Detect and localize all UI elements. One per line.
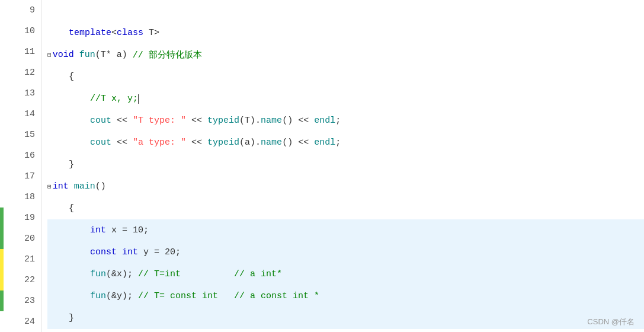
token-plain (181, 269, 234, 279)
token-fn: main (74, 181, 95, 191)
token-plain: (T* a) (95, 50, 133, 60)
gutter-row: 12 (0, 62, 41, 83)
token-fn: endl (314, 116, 335, 126)
token-plain: } (47, 159, 74, 170)
token-plain: () << (282, 138, 314, 148)
token-plain: (a). (239, 138, 261, 148)
code-area: 9101112131415161718192021222324 template… (0, 0, 644, 332)
gutter-row: 18 (0, 187, 41, 208)
token-plain (117, 247, 122, 257)
token-kw: class (117, 28, 143, 38)
token-cm: //T x, y; (90, 94, 138, 104)
token-plain: y (138, 247, 154, 257)
token-fn: cout (90, 138, 111, 148)
line-number: 17 (4, 171, 41, 181)
token-cm: // a const int * (234, 291, 319, 301)
token-plain: (T). (239, 116, 261, 126)
gutter-row: 9 (0, 0, 41, 21)
token-cm: // T=int (138, 269, 181, 279)
code-line: const int y = 20; (47, 241, 644, 263)
gutter-row: 22 (0, 270, 41, 290)
token-kw: const (90, 247, 117, 257)
code-line: { (47, 197, 644, 219)
code-line: cout << "T type: " << typeid(T).name() <… (47, 110, 644, 132)
code-line: fun(&x); // T=int // a int* (47, 263, 644, 285)
code-content[interactable]: template<class T>⊟void fun(T* a) // 部分特化… (41, 0, 644, 332)
code-line: } (47, 154, 644, 175)
line-number: 10 (4, 26, 41, 36)
token-plain: { (47, 203, 74, 213)
editor: 9101112131415161718192021222324 template… (0, 0, 644, 332)
token-plain (74, 50, 79, 60)
token-plain (47, 94, 90, 104)
token-str: "T type: " (133, 116, 186, 126)
token-plain (47, 116, 90, 126)
token-plain: < (111, 28, 117, 38)
line-number: 16 (4, 151, 41, 161)
code-line: template<class T> (47, 22, 644, 44)
token-plain: } (47, 313, 74, 323)
token-plain: = 20; (154, 247, 181, 257)
gutter-row: 15 (0, 124, 41, 145)
code-line: int x = 10; (47, 219, 644, 241)
token-plain (47, 291, 90, 301)
token-str: "a type: " (133, 138, 186, 148)
token-plain: << (186, 138, 207, 148)
line-number: 13 (4, 88, 41, 98)
token-plain (47, 138, 90, 148)
gutter-row: 16 (0, 145, 41, 166)
token-fn: typeid (207, 138, 239, 148)
token-fn: fun (90, 269, 106, 279)
token-plain: ; (335, 116, 341, 126)
token-cm: // T= const int (138, 291, 218, 301)
line-number: 20 (4, 234, 41, 244)
token-fn: fun (90, 291, 106, 301)
code-line (47, 0, 644, 22)
gutter-row: 14 (0, 104, 41, 124)
line-number: 21 (4, 254, 41, 264)
line-number: 24 (4, 317, 41, 327)
fold-icon[interactable]: ⊟ (47, 51, 52, 59)
token-plain (47, 269, 90, 279)
token-kw: int (90, 225, 106, 235)
gutter-row: 11 (0, 42, 41, 62)
code-line: ⊟void fun(T* a) // 部分特化版本 (47, 44, 644, 66)
line-number: 19 (4, 213, 41, 223)
code-line: //T x, y; (47, 88, 644, 110)
line-number: 14 (4, 109, 41, 119)
code-line: ⊟int main() (47, 175, 644, 197)
line-number: 11 (4, 47, 41, 57)
token-fn: name (261, 138, 282, 148)
token-kw: int (53, 181, 69, 191)
token-plain: () << (282, 116, 314, 126)
code-line: cout << "a type: " << typeid(a).name() <… (47, 132, 644, 154)
token-plain: ; (335, 138, 341, 148)
token-plain: << (186, 116, 207, 126)
gutter-row: 20 (0, 228, 41, 249)
line-number: 9 (4, 5, 41, 15)
gutter-row: 23 (0, 290, 41, 311)
token-fn: cout (90, 116, 111, 126)
token-fn: endl (314, 138, 335, 148)
gutter-row: 21 (0, 249, 41, 270)
token-kw: void (53, 50, 74, 60)
token-kw: template (69, 28, 111, 38)
line-number: 15 (4, 130, 41, 140)
line-number: 18 (4, 192, 41, 202)
token-plain: << (111, 138, 133, 148)
line-gutter: 9101112131415161718192021222324 (0, 0, 41, 332)
fold-icon[interactable]: ⊟ (47, 183, 52, 190)
gutter-row: 17 (0, 166, 41, 187)
token-plain (47, 247, 90, 257)
token-plain: () (95, 181, 106, 191)
code-line: fun(&y); // T= const int // a const int … (47, 285, 644, 307)
line-number: 12 (4, 68, 41, 78)
token-plain: << (111, 116, 133, 126)
token-kw: int (122, 247, 138, 257)
token-plain: = 10; (122, 225, 149, 235)
gutter-row: 19 (0, 208, 41, 228)
token-fn: fun (79, 50, 95, 60)
token-plain (218, 291, 234, 301)
token-cm: // 部分特化版本 (133, 49, 202, 60)
gutter-row: 10 (0, 21, 41, 42)
